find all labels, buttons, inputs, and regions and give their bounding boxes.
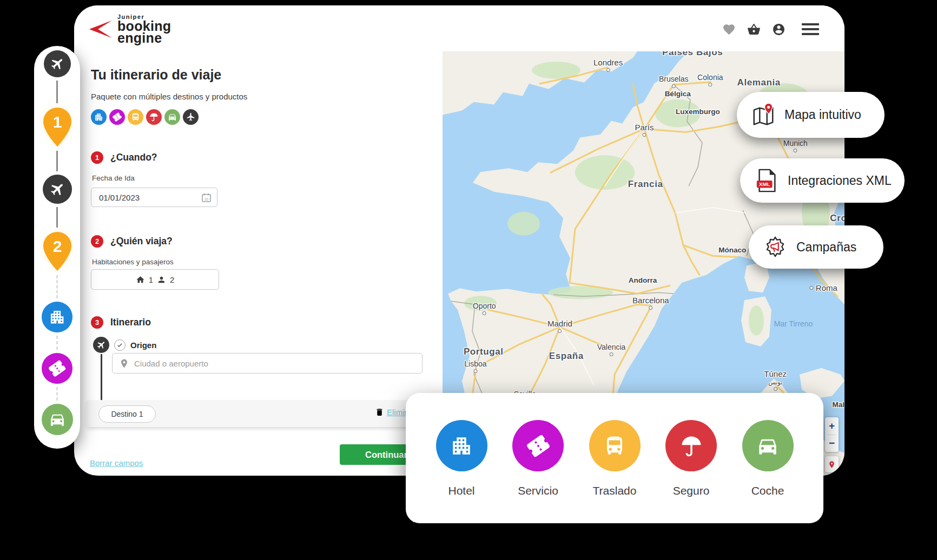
step-badge-1: 1 bbox=[91, 151, 103, 164]
product-car-circle[interactable] bbox=[742, 420, 794, 471]
timeline-stop-pin-2[interactable]: 2 bbox=[42, 231, 73, 272]
origin-field bbox=[112, 353, 423, 374]
page: LondresPaíses BajosBruselasColoniaAleman… bbox=[0, 0, 937, 560]
timeline-flight-icon-2[interactable] bbox=[43, 175, 72, 204]
timeline-rail: 12 bbox=[34, 46, 80, 449]
plane-icon[interactable] bbox=[183, 109, 199, 125]
product-transfer[interactable]: Traslado bbox=[589, 420, 641, 523]
timeline-car-icon[interactable] bbox=[42, 404, 73, 435]
brand-logo: Juniper booking engine bbox=[88, 14, 171, 44]
origin-label: Origen bbox=[130, 341, 156, 350]
campaign-megaphone-icon bbox=[763, 235, 788, 259]
product-hotel-label: Hotel bbox=[435, 484, 487, 497]
xml-file-icon: XML bbox=[754, 168, 779, 193]
itinerary-connector-line bbox=[101, 354, 102, 406]
svg-text:XML: XML bbox=[759, 181, 770, 187]
ticket-icon[interactable] bbox=[109, 109, 125, 125]
map-marker-control[interactable] bbox=[825, 456, 839, 472]
bus-icon[interactable] bbox=[128, 109, 143, 125]
product-car[interactable]: Coche bbox=[742, 420, 794, 523]
departure-date-input[interactable] bbox=[91, 188, 217, 206]
zoom-in-button[interactable]: + bbox=[825, 417, 839, 435]
rooms-count: 1 bbox=[149, 275, 153, 284]
basket-icon[interactable] bbox=[747, 23, 761, 36]
brand-line2: engine bbox=[117, 32, 171, 44]
location-pin-icon bbox=[119, 358, 129, 369]
section-who-title: ¿Quién viaja? bbox=[110, 236, 173, 247]
product-hotel-circle[interactable] bbox=[436, 420, 487, 471]
pill-label: Mapa intuitivo bbox=[784, 108, 861, 122]
section-who: 2 ¿Quién viaja? bbox=[91, 235, 173, 248]
product-service-label: Servicio bbox=[512, 484, 564, 497]
origin-checkbox[interactable] bbox=[114, 339, 126, 351]
pill-campaigns[interactable]: Campañas bbox=[749, 225, 883, 269]
rooms-passengers-field[interactable]: 1 2 bbox=[91, 269, 219, 290]
step-badge-3: 3 bbox=[91, 316, 103, 329]
section-itinerary-title: Itinerario bbox=[110, 317, 151, 328]
page-title: Tu itinerario de viaje bbox=[91, 67, 221, 83]
product-bar: HotelServicioTrasladoSeguroCoche bbox=[406, 393, 823, 523]
product-icon-row bbox=[91, 109, 199, 125]
trash-icon bbox=[375, 408, 384, 417]
juniper-logo-icon bbox=[88, 18, 113, 40]
product-insurance-label: Seguro bbox=[665, 484, 717, 497]
departure-date-label: Fecha de Ida bbox=[92, 174, 135, 182]
section-itinerary: 3 Itinerario bbox=[91, 316, 151, 329]
product-transfer-label: Traslado bbox=[589, 484, 641, 497]
clear-fields-link[interactable]: Borrar campos bbox=[90, 458, 143, 468]
person-icon bbox=[157, 275, 166, 284]
svg-text:1: 1 bbox=[52, 113, 62, 131]
product-transfer-circle[interactable] bbox=[589, 420, 641, 471]
pill-label: Campañas bbox=[796, 240, 856, 255]
pill-label: Integraciones XML bbox=[788, 174, 892, 188]
pill-intuitive-map[interactable]: Mapa intuitivo bbox=[737, 92, 885, 138]
calendar-icon[interactable]: 10 bbox=[201, 192, 212, 203]
timeline-connector bbox=[56, 275, 58, 298]
product-insurance[interactable]: Seguro bbox=[665, 420, 717, 523]
menu-icon[interactable] bbox=[802, 23, 819, 36]
header-icons bbox=[722, 23, 786, 36]
svg-text:10: 10 bbox=[204, 197, 209, 201]
timeline-connector bbox=[56, 151, 58, 171]
product-service[interactable]: Servicio bbox=[512, 420, 564, 523]
timeline-connector bbox=[56, 336, 58, 350]
map-pin-icon bbox=[828, 461, 836, 469]
map-icon bbox=[751, 103, 776, 128]
favorites-heart-icon[interactable] bbox=[722, 23, 736, 36]
product-insurance-circle[interactable] bbox=[665, 420, 717, 471]
hotel-icon[interactable] bbox=[91, 109, 107, 125]
step-badge-2: 2 bbox=[91, 235, 103, 248]
card-header: Juniper booking engine bbox=[74, 5, 844, 51]
product-hotel[interactable]: Hotel bbox=[435, 420, 487, 523]
product-service-circle[interactable] bbox=[512, 420, 564, 471]
car-icon[interactable] bbox=[164, 109, 180, 125]
product-car-label: Coche bbox=[742, 484, 794, 497]
origin-flight-icon bbox=[93, 337, 109, 353]
timeline-connector bbox=[56, 207, 58, 228]
origin-input[interactable] bbox=[113, 354, 422, 373]
section-when-title: ¿Cuando? bbox=[110, 152, 157, 163]
zoom-out-button[interactable]: − bbox=[825, 435, 839, 452]
map-zoom-controls: + − bbox=[825, 417, 839, 452]
page-subtitle: Paquete con múltiples destinos y product… bbox=[91, 92, 247, 101]
destination-tab[interactable]: Destino 1 bbox=[98, 405, 156, 423]
home-icon bbox=[136, 275, 145, 284]
umbrella-icon[interactable] bbox=[146, 109, 162, 125]
passengers-count: 2 bbox=[170, 275, 174, 284]
timeline-ticket-icon[interactable] bbox=[42, 353, 72, 384]
timeline-hotel-icon[interactable] bbox=[42, 302, 72, 332]
timeline-flight-icon-1[interactable] bbox=[44, 50, 71, 77]
timeline-stop-pin-1[interactable]: 1 bbox=[42, 106, 73, 148]
timeline-connector bbox=[56, 387, 58, 401]
departure-date-field: 10 bbox=[91, 188, 217, 207]
destination-band: Destino 1 Eliminar bbox=[85, 400, 440, 427]
svg-text:2: 2 bbox=[52, 237, 62, 255]
rooms-passengers-label: Habitaciones y pasajeros bbox=[92, 258, 174, 266]
section-when: 1 ¿Cuando? bbox=[91, 151, 157, 164]
timeline-connector bbox=[56, 81, 58, 103]
pill-xml-integrations[interactable]: XMLIntegraciones XML bbox=[740, 158, 905, 203]
account-icon[interactable] bbox=[772, 23, 786, 36]
